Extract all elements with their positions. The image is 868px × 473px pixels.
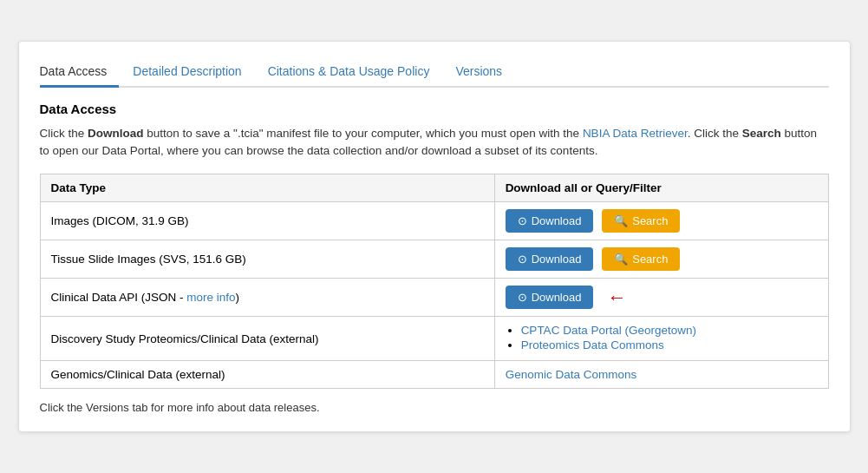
data-type-cell: Images (DICOM, 31.9 GB) xyxy=(40,202,494,240)
search-icon: 🔍 xyxy=(614,214,628,227)
footer-note: Click the Versions tab for more info abo… xyxy=(40,401,829,414)
download-icon: ⊙ xyxy=(518,291,527,304)
data-type-cell: Genomics/Clinical Data (external) xyxy=(40,361,494,389)
search-bold: Search xyxy=(742,127,781,140)
data-type-cell: Discovery Study Proteomics/Clinical Data… xyxy=(40,317,494,361)
tab-versions[interactable]: Versions xyxy=(455,59,514,88)
external-links-list: CPTAC Data Portal (Georgetown) Proteomic… xyxy=(506,324,818,351)
cptac-link[interactable]: CPTAC Data Portal (Georgetown) xyxy=(521,324,696,337)
table-row: Tissue Slide Images (SVS, 151.6 GB) ⊙ Do… xyxy=(40,240,828,279)
red-arrow-indicator: ← xyxy=(607,288,626,307)
download-bold: Download xyxy=(88,127,144,140)
download-label: Download xyxy=(532,214,582,227)
more-info-link[interactable]: more info xyxy=(186,291,235,304)
table-row: Clinical Data API (JSON - more info) ⊙ D… xyxy=(40,279,828,317)
col-header-data-type: Data Type xyxy=(40,174,494,202)
download-label: Download xyxy=(532,253,582,266)
tab-bar: Data Access Detailed Description Citatio… xyxy=(40,59,829,88)
proteomics-link[interactable]: Proteomics Data Commons xyxy=(521,338,664,351)
download-button-images[interactable]: ⊙ Download xyxy=(506,209,594,233)
tab-detailed-description[interactable]: Detailed Description xyxy=(133,59,253,88)
table-row: Genomics/Clinical Data (external) Genomi… xyxy=(40,361,828,389)
data-access-table: Data Type Download all or Query/Filter I… xyxy=(40,174,829,389)
search-label: Search xyxy=(632,253,668,266)
arrow-cell: ⊙ Download ← xyxy=(506,286,818,309)
action-cell: ⊙ Download 🔍 Search xyxy=(494,240,828,279)
genomic-data-commons-link[interactable]: Genomic Data Commons xyxy=(506,368,637,381)
table-row: Images (DICOM, 31.9 GB) ⊙ Download 🔍 Sea… xyxy=(40,202,828,240)
download-button-tissue[interactable]: ⊙ Download xyxy=(506,247,594,271)
action-cell: Genomic Data Commons xyxy=(494,361,828,389)
description-text: Click the Download button to save a ".tc… xyxy=(40,125,829,161)
section-title: Data Access xyxy=(40,102,829,116)
data-type-cell: Tissue Slide Images (SVS, 151.6 GB) xyxy=(40,240,494,279)
action-cell: ⊙ Download 🔍 Search xyxy=(494,202,828,240)
clinical-data-label: Clinical Data API (JSON - xyxy=(51,291,187,304)
search-button-tissue[interactable]: 🔍 Search xyxy=(602,247,680,271)
clinical-data-suffix: ) xyxy=(236,291,240,304)
tab-citations-data-usage[interactable]: Citations & Data Usage Policy xyxy=(268,59,442,88)
tab-data-access[interactable]: Data Access xyxy=(40,59,120,88)
data-type-cell: Clinical Data API (JSON - more info) xyxy=(40,279,494,317)
action-cell: ⊙ Download ← xyxy=(494,279,828,317)
download-button-clinical[interactable]: ⊙ Download xyxy=(506,286,594,309)
nbia-data-retriever-link[interactable]: NBIA Data Retriever xyxy=(583,127,688,140)
search-button-images[interactable]: 🔍 Search xyxy=(602,209,680,233)
main-container: Data Access Detailed Description Citatio… xyxy=(18,41,851,433)
search-icon: 🔍 xyxy=(614,253,628,266)
table-row: Discovery Study Proteomics/Clinical Data… xyxy=(40,317,828,361)
download-label: Download xyxy=(532,291,582,304)
download-icon: ⊙ xyxy=(518,253,527,266)
col-header-download-query: Download all or Query/Filter xyxy=(494,174,828,202)
action-cell: CPTAC Data Portal (Georgetown) Proteomic… xyxy=(494,317,828,361)
search-label: Search xyxy=(632,214,668,227)
download-icon: ⊙ xyxy=(518,214,527,227)
